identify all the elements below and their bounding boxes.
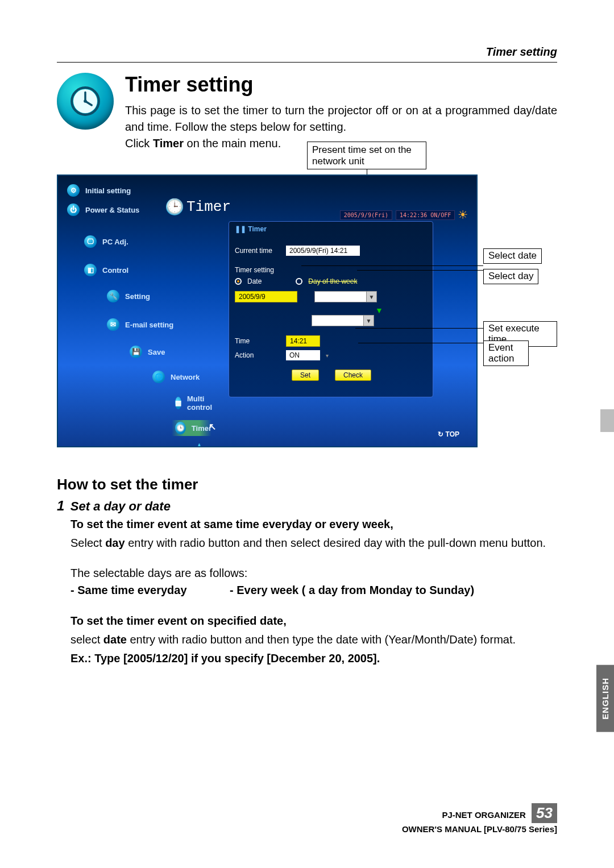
- check-button[interactable]: Check: [335, 369, 371, 381]
- mail-icon: ✉: [107, 318, 119, 331]
- chevron-down-icon: ▼: [363, 315, 374, 326]
- tab-stub: [600, 409, 614, 432]
- date-input[interactable]: 2005/9/9: [235, 291, 297, 302]
- nav-multi-control[interactable]: ▦Multi control: [172, 393, 211, 413]
- callout-present-time: Present time set on the network unit: [307, 142, 426, 169]
- step1-body-a: Select day entry with radio button and t…: [70, 535, 557, 551]
- step1-options: - Same time everyday- Every week ( a day…: [70, 584, 557, 597]
- step-number: 1: [57, 498, 64, 513]
- nav-information[interactable]: ℹInformation: [194, 442, 211, 447]
- page-footer: PJ-NET ORGANIZER 53 OWNER'S MANUAL [PLV-…: [402, 803, 557, 834]
- callout-select-day: Select day: [483, 269, 538, 284]
- nav-network[interactable]: 🌐Network: [149, 369, 211, 385]
- time-input[interactable]: 14:21: [286, 335, 320, 347]
- timer-panel: ❚❚ Timer Current time 2005/9/9(Fri) 14:2…: [229, 221, 433, 397]
- header-divider: [57, 62, 557, 63]
- grid-icon: ▦: [175, 397, 181, 409]
- chevron-down-icon: ▼: [366, 292, 376, 302]
- page-heading: 🕒 Timer: [166, 198, 231, 215]
- callout-event-action: Event action: [483, 340, 529, 366]
- save-icon: 💾: [130, 346, 142, 358]
- cursor-icon: ↖: [209, 421, 216, 432]
- nav-timer[interactable]: 🕒Timer↖: [172, 420, 211, 436]
- header-breadcrumb: Timer setting: [57, 45, 557, 59]
- set-button[interactable]: Set: [292, 369, 319, 381]
- step1-example: Ex.: Type [2005/12/20] if you specify [D…: [70, 650, 557, 667]
- radio-date[interactable]: [235, 278, 242, 285]
- radio-day-label: Day of the week: [308, 277, 357, 285]
- nav-email-setting[interactable]: ✉E-mail setting: [103, 317, 211, 333]
- screenshot-figure: Present time set on the network unit ⚙In…: [57, 175, 557, 447]
- arrow-down-icon: ▼: [331, 306, 427, 315]
- nav-control[interactable]: ◧Control: [81, 262, 211, 278]
- action-select[interactable]: ON: [286, 350, 320, 360]
- nav-save[interactable]: 💾Save: [126, 344, 211, 360]
- app-screenshot: ⚙Initial setting ⏻Power & Status 🖵PC Adj…: [57, 175, 478, 447]
- day-dropdown[interactable]: ▼: [314, 291, 377, 302]
- clock-icon: [57, 73, 114, 130]
- timer-setting-label: Timer setting: [235, 266, 280, 274]
- gear-icon: ⚙: [67, 184, 80, 197]
- radio-day[interactable]: [296, 278, 302, 285]
- step1-body-b: The selectable days are as follows:: [70, 565, 557, 582]
- step1-body-c: select date entry with radio button and …: [70, 632, 557, 648]
- svg-point-4: [84, 99, 87, 103]
- top-link[interactable]: ↻ TOP: [438, 430, 459, 438]
- time-label: Time: [235, 337, 280, 345]
- nav-initial-setting[interactable]: ⚙Initial setting: [64, 182, 211, 198]
- radio-date-label: Date: [247, 277, 262, 285]
- monitor-icon: 🖵: [84, 235, 97, 248]
- step1-subhead-a: To set the timer event at same time ever…: [70, 516, 557, 533]
- clock-icon: 🕒: [166, 198, 183, 215]
- callout-select-date: Select date: [483, 248, 542, 264]
- secondary-dropdown[interactable]: ▼: [312, 315, 374, 326]
- info-icon: ℹ: [198, 443, 201, 447]
- panel-title: ❚❚ Timer: [235, 225, 427, 233]
- step-title: Set a day or date: [70, 499, 171, 513]
- clock-icon: 🕒: [175, 422, 186, 434]
- howto-heading: How to set the timer: [57, 476, 557, 493]
- current-time-value: 2005/9/9(Fri) 14:21: [286, 246, 360, 256]
- step1-subhead-b: To set the timer event on specified date…: [70, 613, 557, 629]
- language-tab: ENGLISH: [596, 665, 614, 732]
- section-title: Timer setting: [125, 73, 557, 97]
- sun-icon: ☀: [458, 206, 467, 223]
- network-icon: 🌐: [152, 371, 165, 383]
- page-number: 53: [532, 803, 557, 823]
- status-date: 2005/9/9(Fri): [340, 210, 392, 220]
- current-time-label: Current time: [235, 247, 280, 255]
- action-label: Action: [235, 351, 280, 359]
- nav-pc-adj[interactable]: 🖵PC Adj.: [81, 234, 211, 250]
- status-time: 14:22:36 ON/OFF: [396, 210, 455, 220]
- sliders-icon: ◧: [84, 264, 97, 276]
- nav-setting[interactable]: 🔧Setting: [103, 288, 211, 304]
- power-icon: ⏻: [67, 203, 80, 216]
- wrench-icon: 🔧: [107, 290, 119, 302]
